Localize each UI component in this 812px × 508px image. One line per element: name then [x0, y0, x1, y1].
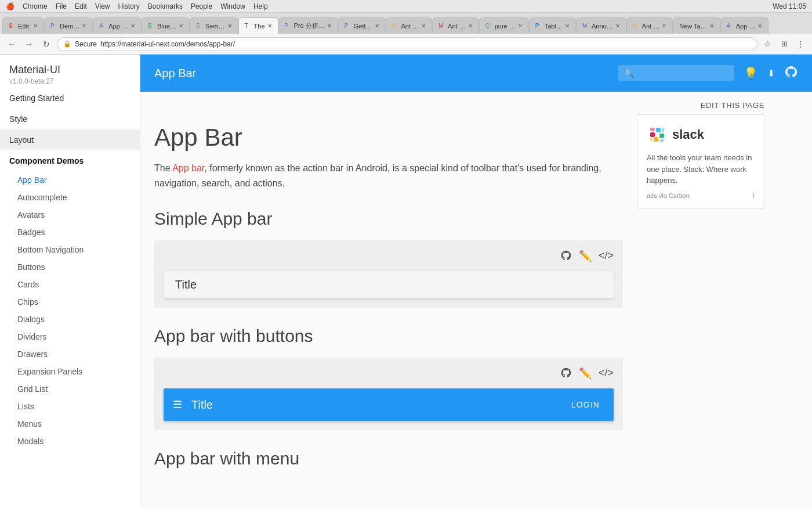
tab-ant1[interactable]: A Ant … ✕: [386, 17, 433, 34]
os-menu-view[interactable]: View: [95, 2, 110, 10]
slack-description: All the tools your team needs in one pla…: [647, 152, 755, 186]
sidebar-item-style[interactable]: Style: [0, 109, 140, 129]
demo-box-buttons: ✏️ </> ☰ Title LOGIN: [154, 358, 623, 430]
tab-favicon: A: [392, 23, 399, 30]
sidebar-sub-modals[interactable]: Modals: [0, 433, 140, 450]
os-menu-help[interactable]: Help: [253, 2, 268, 10]
os-menu-history[interactable]: History: [118, 2, 140, 10]
sidebar-sub-drawers[interactable]: Drawers: [0, 345, 140, 363]
tab-label: Anno…: [592, 23, 613, 30]
github-icon[interactable]: [784, 65, 798, 82]
tab-close-icon[interactable]: ✕: [82, 23, 86, 29]
tab-tabl[interactable]: P Tabl… ✕: [529, 17, 576, 34]
tab-close-icon[interactable]: ✕: [709, 23, 714, 29]
sidebar-sub-dialogs[interactable]: Dialogs: [0, 311, 140, 328]
tab-close-icon[interactable]: ✕: [130, 23, 135, 29]
tab-blue[interactable]: B Blue… ✕: [142, 17, 190, 34]
sidebar-sub-grid-list[interactable]: Grid List: [0, 380, 140, 398]
hamburger-icon[interactable]: ☰: [173, 398, 182, 411]
tab-app[interactable]: A App … ✕: [93, 17, 142, 34]
sidebar-sub-avatars[interactable]: Avatars: [0, 206, 140, 224]
buttons-app-bar-demo: ☰ Title LOGIN: [164, 388, 614, 421]
tab-close-icon[interactable]: ✕: [375, 23, 379, 29]
tab-app2[interactable]: A App … ✕: [720, 17, 769, 34]
sidebar-sub-cards[interactable]: Cards: [0, 276, 140, 293]
tab-close-icon[interactable]: ✕: [518, 23, 523, 29]
slack-footer: ads via Carbon i: [647, 192, 755, 199]
reload-button[interactable]: ↻: [39, 37, 53, 51]
tab-close-icon[interactable]: ✕: [227, 23, 232, 29]
ad-info-icon[interactable]: i: [753, 192, 755, 199]
os-menu-window[interactable]: Window: [220, 2, 245, 10]
tab-close-icon[interactable]: ✕: [179, 23, 183, 29]
app-layout: Material-UI v1.0.0-beta.27 Getting Start…: [0, 55, 812, 508]
code-demo-icon-2[interactable]: </>: [599, 367, 614, 381]
tab-close-icon[interactable]: ✕: [327, 23, 332, 29]
tab-anno[interactable]: M Anno… ✕: [576, 17, 626, 34]
sidebar-item-layout[interactable]: Layout: [0, 129, 140, 150]
os-menu-edit[interactable]: Edit: [75, 2, 87, 10]
demo-box-icons: ✏️ </>: [164, 250, 614, 264]
tab-favicon: P: [285, 23, 292, 30]
url-display: https://material-ui-next.com/demos/app-b…: [100, 40, 235, 48]
github-demo-icon[interactable]: [560, 250, 572, 264]
sidebar-sub-app-bar[interactable]: App Bar: [0, 171, 140, 189]
bookmark-icon[interactable]: ☆: [761, 37, 775, 51]
tab-pure[interactable]: G pure … ✕: [479, 17, 529, 34]
tab-close-icon[interactable]: ✕: [757, 23, 762, 29]
brightness-icon[interactable]: 💡: [744, 66, 758, 80]
sidebar-sub-chips[interactable]: Chips: [0, 293, 140, 311]
tab-sem[interactable]: S Sem… ✕: [190, 17, 238, 34]
github-demo-icon-2[interactable]: [560, 367, 572, 381]
menu-icon[interactable]: ⋮: [793, 37, 807, 51]
os-menu-chrome[interactable]: Chrome: [23, 2, 48, 10]
os-menu-file[interactable]: File: [56, 2, 67, 10]
forward-button[interactable]: →: [22, 37, 36, 51]
tab-ant2[interactable]: A Ant … ✕: [626, 17, 673, 34]
edit-demo-icon[interactable]: ✏️: [579, 250, 592, 264]
apple-menu[interactable]: 🍎: [6, 2, 14, 10]
tab-dem[interactable]: P Dem… ✕: [44, 17, 93, 34]
tab-edit[interactable]: S Edit: ✕: [2, 17, 44, 34]
tab-close-icon[interactable]: ✕: [421, 23, 426, 29]
tab-ant-m[interactable]: M Ant … ✕: [432, 17, 479, 34]
tab-the[interactable]: T The ✕: [238, 17, 278, 34]
tab-gett[interactable]: P Gett… ✕: [338, 17, 386, 34]
back-button[interactable]: ←: [5, 37, 19, 51]
tab-label: Gett…: [354, 23, 372, 30]
slack-ad: slack All the tools your team needs in o…: [637, 114, 764, 209]
sidebar-item-component-demos[interactable]: Component Demos: [0, 150, 140, 171]
sidebar-sub-autocomplete[interactable]: Autocomplete: [0, 189, 140, 206]
extensions-icon[interactable]: ⊞: [777, 37, 791, 51]
address-bar[interactable]: 🔒 Secure https://material-ui-next.com/de…: [57, 37, 757, 51]
tab-new[interactable]: New Ta… ✕: [673, 17, 720, 34]
sidebar-sub-bottom-navigation[interactable]: Bottom Navigation: [0, 241, 140, 258]
sidebar-sub-badges[interactable]: Badges: [0, 224, 140, 241]
tab-pro-analysis[interactable]: P Pro 分析… ✕: [278, 17, 338, 34]
os-menu-bookmarks[interactable]: Bookmarks: [148, 2, 183, 10]
search-input[interactable]: [618, 65, 734, 81]
sidebar-sub-dividers[interactable]: Dividers: [0, 328, 140, 345]
edit-demo-icon-2[interactable]: ✏️: [579, 367, 592, 381]
sidebar-sub-expansion-panels[interactable]: Expansion Panels: [0, 363, 140, 380]
sidebar-sub-lists[interactable]: Lists: [0, 398, 140, 415]
tab-close-icon[interactable]: ✕: [662, 23, 666, 29]
os-menu-people[interactable]: People: [191, 2, 212, 10]
tab-close-icon[interactable]: ✕: [565, 23, 570, 29]
sidebar-sub-menus[interactable]: Menus: [0, 415, 140, 433]
download-icon[interactable]: ⬇: [767, 68, 775, 79]
svg-rect-6: [654, 137, 658, 142]
sidebar-sub-buttons[interactable]: Buttons: [0, 258, 140, 276]
sidebar-item-getting-started[interactable]: Getting Started: [0, 88, 140, 109]
code-demo-icon[interactable]: </>: [599, 250, 614, 264]
tab-label: Ant …: [448, 23, 466, 30]
app-bar-link[interactable]: App bar: [172, 163, 204, 173]
tab-close-icon[interactable]: ✕: [615, 23, 620, 29]
tab-favicon: S: [9, 23, 16, 30]
edit-this-page-link[interactable]: EDIT THIS PAGE: [140, 92, 778, 110]
login-button[interactable]: LOGIN: [567, 397, 604, 413]
tab-favicon: T: [245, 23, 252, 30]
tab-close-icon[interactable]: ✕: [267, 23, 272, 29]
tab-close-icon[interactable]: ✕: [33, 23, 38, 29]
tab-close-icon[interactable]: ✕: [468, 23, 473, 29]
